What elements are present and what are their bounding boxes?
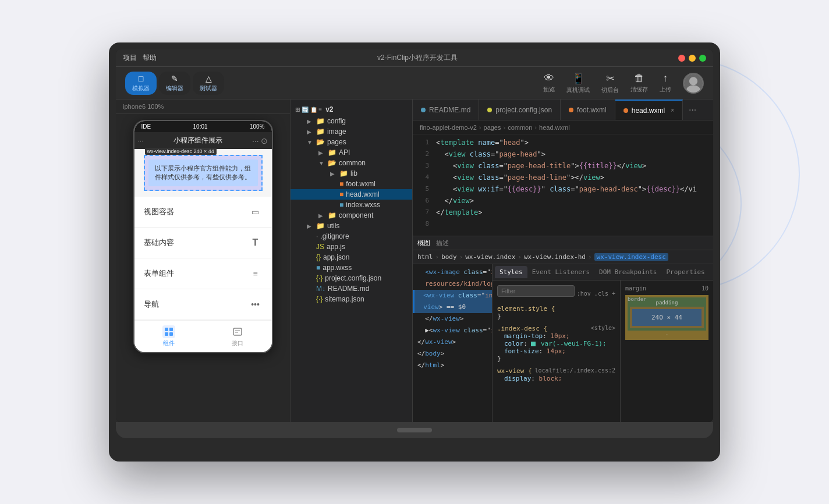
tree-item-sitemap[interactable]: ▶ {·} sitemap.json <box>290 294 412 304</box>
styles-tab-styles[interactable]: Styles <box>495 266 527 278</box>
menu-item-project[interactable]: 项目 <box>123 53 137 63</box>
test-mode-button[interactable]: △ 测试器 <box>193 72 224 95</box>
styles-tab-event-listeners[interactable]: Event Listeners <box>527 266 594 278</box>
element-path-bar: html › body › wx-view.index › wx-view.in… <box>413 250 713 264</box>
components-nav-label: 组件 <box>163 339 175 347</box>
simulate-mode-button[interactable]: □ 模拟器 <box>125 72 157 95</box>
remote-debug-action[interactable]: 📱 真机调试 <box>566 72 590 94</box>
tree-item-app-wxss[interactable]: ▶ ■ app.wxss <box>290 262 412 273</box>
path-body[interactable]: body <box>441 253 457 261</box>
devtools-tab-desc[interactable]: 描述 <box>436 239 449 247</box>
list-item-icon: ••• <box>249 297 263 311</box>
laptop-bottom-bezel <box>116 422 713 438</box>
breadcrumb-sep-3: › <box>534 124 537 131</box>
breadcrumb-item-file[interactable]: head.wxml <box>539 124 570 131</box>
preview-action[interactable]: 👁 预览 <box>543 72 555 94</box>
tree-label-common: common <box>339 159 366 167</box>
minimize-window-button[interactable] <box>689 55 696 62</box>
phone-nav-interface[interactable]: 接口 <box>231 325 244 347</box>
tree-item-utils[interactable]: ▶ 📁 utils <box>290 221 412 231</box>
tab-project-config[interactable]: project.config.json <box>479 100 561 120</box>
upload-action[interactable]: ↑ 上传 <box>660 72 671 94</box>
tree-root-label: v2 <box>325 105 333 113</box>
tab-readme[interactable]: README.md <box>413 100 479 120</box>
path-wx-view-index-hd[interactable]: wx-view.index-hd <box>524 253 586 261</box>
list-item-view-container[interactable]: 视图容器 ▭ <box>134 197 272 228</box>
dom-line-8: </body> <box>413 348 492 360</box>
md-icon-readme: M↓ <box>316 285 325 293</box>
interface-nav-icon <box>231 325 244 338</box>
list-item-basic-content[interactable]: 基础内容 T <box>134 228 272 258</box>
tab-close-head[interactable]: × <box>671 107 674 113</box>
phone-nav-components[interactable]: 组件 <box>162 325 175 347</box>
cut-background-action[interactable]: ✂ 切后台 <box>601 72 619 94</box>
folder-icon-lib: 📁 <box>339 169 348 178</box>
code-editor-area: README.md project.config.json foot.wxml … <box>413 100 713 422</box>
tree-item-common[interactable]: ▼ 📂 common <box>290 158 412 168</box>
tree-item-component[interactable]: ▶ 📁 component <box>290 210 412 221</box>
tab-overflow-button[interactable]: ··· <box>683 100 702 120</box>
breadcrumb-item-common[interactable]: common <box>508 124 532 131</box>
tree-label-image: image <box>327 127 346 136</box>
tree-label-api: API <box>339 148 350 157</box>
folder-icon-config: 📁 <box>316 117 325 125</box>
devtools-tab-overview[interactable]: 概图 <box>417 239 430 247</box>
tree-item-index-wxss[interactable]: ▶ ■ index.wxss <box>290 200 412 210</box>
tree-item-head-wxml[interactable]: ▶ ■ head.wxml <box>290 189 412 200</box>
maximize-window-button[interactable] <box>699 55 706 62</box>
tree-item-foot-wxml[interactable]: ▶ ■ foot.wxml <box>290 179 412 189</box>
interface-nav-label: 接口 <box>232 339 243 347</box>
clear-cache-action[interactable]: 🗑 清缓存 <box>630 72 648 94</box>
edit-label: 编辑器 <box>166 84 183 93</box>
tree-item-readme[interactable]: ▶ M↓ README.md <box>290 283 412 294</box>
tree-label-component: component <box>339 211 373 219</box>
list-item-title: 表单组件 <box>144 268 174 279</box>
clear-cache-icon: 🗑 <box>634 72 644 84</box>
tree-item-image[interactable]: ▶ 📁 image <box>290 126 412 137</box>
close-window-button[interactable] <box>678 55 685 62</box>
tree-label-head-wxml: head.wxml <box>346 190 379 198</box>
phone-panel: iphone6 100% IDE 10:01 100% ··· 小程序组 <box>116 100 290 422</box>
breadcrumb-item-pages[interactable]: pages <box>484 124 501 131</box>
title-bar: 项目 帮助 v2-FinClip小程序开发工具 <box>116 49 713 67</box>
styles-tab-accessibility[interactable]: Accessibility <box>710 266 713 278</box>
tree-label-config: config <box>327 117 346 125</box>
window-title: v2-FinClip小程序开发工具 <box>377 53 458 63</box>
clear-cache-label: 清缓存 <box>630 86 648 94</box>
list-item-form[interactable]: 表单组件 ≡ <box>134 258 272 289</box>
styles-rule-element: element.style { } <box>497 305 615 320</box>
tab-head-wxml[interactable]: head.wxml × <box>615 100 683 120</box>
tree-item-app-js[interactable]: ▶ JS app.js <box>290 242 412 252</box>
tree-item-gitignore[interactable]: ▶ · .gitignore <box>290 231 412 242</box>
styles-filter-input[interactable] <box>497 285 575 297</box>
user-avatar[interactable] <box>683 73 704 94</box>
path-wx-view-index-desc[interactable]: wx-view.index-desc <box>594 253 668 261</box>
folder-icon-common: 📂 <box>328 159 336 167</box>
list-item-nav[interactable]: 导航 ••• <box>134 289 272 320</box>
tree-item-lib[interactable]: ▶ 📁 lib <box>290 168 412 179</box>
tab-foot-wxml[interactable]: foot.wxml <box>561 100 615 120</box>
cut-background-label: 切后台 <box>601 86 619 94</box>
breadcrumb-item-root[interactable]: fino-applet-demo-v2 <box>420 124 477 131</box>
tree-arrow-utils: ▶ <box>307 223 314 229</box>
tree-arrow-common: ▼ <box>318 160 325 166</box>
tree-label-readme: README.md <box>328 285 369 293</box>
tree-item-project-config[interactable]: ▶ {·} project.config.json <box>290 273 412 283</box>
styles-tab-dom-breakpoints[interactable]: DOM Breakpoints <box>594 266 661 278</box>
laptop-frame: 项目 帮助 v2-FinClip小程序开发工具 □ 模拟器 ✎ 编辑器 <box>109 42 720 462</box>
preview-icon: 👁 <box>544 72 554 84</box>
tree-item-app-json[interactable]: ▶ {} app.json <box>290 252 412 262</box>
tree-item-api[interactable]: ▶ 📁 API <box>290 147 412 158</box>
path-html[interactable]: html <box>417 253 433 261</box>
menu-item-help[interactable]: 帮助 <box>143 53 157 63</box>
list-item-icon: T <box>249 236 263 250</box>
path-wx-view-index[interactable]: wx-view.index <box>465 253 515 261</box>
tree-arrow-config: ▶ <box>307 118 314 125</box>
edit-mode-button[interactable]: ✎ 编辑器 <box>159 72 190 95</box>
folder-icon-component: 📁 <box>328 211 336 219</box>
styles-tab-properties[interactable]: Properties <box>661 266 709 278</box>
tree-item-pages[interactable]: ▼ 📂 pages <box>290 137 412 147</box>
tree-item-config[interactable]: ▶ 📁 config <box>290 116 412 126</box>
tree-label-pages: pages <box>327 138 346 146</box>
code-editor[interactable]: 1 <template name="head"> 2 <view class="… <box>413 134 713 422</box>
